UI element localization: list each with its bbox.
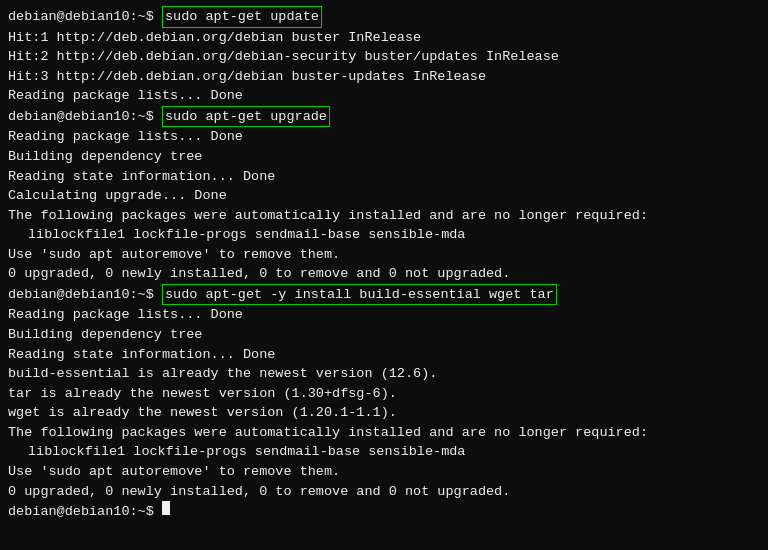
terminal-line: Reading state information... Done — [8, 345, 760, 365]
terminal-line: debian@debian10:~$ sudo apt-get update — [8, 6, 760, 28]
output-text: 0 upgraded, 0 newly installed, 0 to remo… — [8, 264, 510, 284]
output-indent-text: liblockfile1 lockfile-progs sendmail-bas… — [28, 225, 465, 245]
terminal-line: Use 'sudo apt autoremove' to remove them… — [8, 245, 760, 265]
terminal-line: Reading package lists... Done — [8, 305, 760, 325]
output-text: Use 'sudo apt autoremove' to remove them… — [8, 245, 340, 265]
terminal-line: Reading state information... Done — [8, 167, 760, 187]
terminal-line: Reading package lists... Done — [8, 86, 760, 106]
terminal-line: debian@debian10:~$ sudo apt-get upgrade — [8, 106, 760, 128]
cursor — [162, 501, 170, 515]
output-text: Building dependency tree — [8, 147, 202, 167]
output-text: Building dependency tree — [8, 325, 202, 345]
prompt-text: debian@debian10:~$ — [8, 502, 162, 522]
command-text: sudo apt-get update — [162, 6, 322, 28]
terminal-line: 0 upgraded, 0 newly installed, 0 to remo… — [8, 482, 760, 502]
output-indent-text: liblockfile1 lockfile-progs sendmail-bas… — [28, 442, 465, 462]
output-text: The following packages were automaticall… — [8, 206, 648, 226]
terminal-line: Hit:1 http://deb.debian.org/debian buste… — [8, 28, 760, 48]
command-text: sudo apt-get upgrade — [162, 106, 330, 128]
output-text: The following packages were automaticall… — [8, 423, 648, 443]
prompt-text: debian@debian10:~$ — [8, 7, 162, 27]
terminal-line: Calculating upgrade... Done — [8, 186, 760, 206]
terminal-line: tar is already the newest version (1.30+… — [8, 384, 760, 404]
output-text: Reading state information... Done — [8, 167, 275, 187]
output-text: Calculating upgrade... Done — [8, 186, 227, 206]
command-text: sudo apt-get -y install build-essential … — [162, 284, 557, 306]
terminal-window[interactable]: debian@debian10:~$ sudo apt-get updateHi… — [0, 0, 768, 550]
terminal-line: Building dependency tree — [8, 325, 760, 345]
indent-space — [8, 442, 28, 462]
output-text: tar is already the newest version (1.30+… — [8, 384, 397, 404]
output-text: Reading package lists... Done — [8, 86, 243, 106]
output-text: Use 'sudo apt autoremove' to remove them… — [8, 462, 340, 482]
terminal-line: liblockfile1 lockfile-progs sendmail-bas… — [8, 225, 760, 245]
terminal-line: debian@debian10:~$ sudo apt-get -y insta… — [8, 284, 760, 306]
indent-space — [8, 225, 28, 245]
output-text: wget is already the newest version (1.20… — [8, 403, 397, 423]
terminal-line: Hit:2 http://deb.debian.org/debian-secur… — [8, 47, 760, 67]
terminal-line: wget is already the newest version (1.20… — [8, 403, 760, 423]
output-text: Reading state information... Done — [8, 345, 275, 365]
terminal-line: Hit:3 http://deb.debian.org/debian buste… — [8, 67, 760, 87]
output-text: build-essential is already the newest ve… — [8, 364, 437, 384]
prompt-text: debian@debian10:~$ — [8, 285, 162, 305]
terminal-line: The following packages were automaticall… — [8, 206, 760, 226]
terminal-line: 0 upgraded, 0 newly installed, 0 to remo… — [8, 264, 760, 284]
terminal-line: The following packages were automaticall… — [8, 423, 760, 443]
output-text: Reading package lists... Done — [8, 127, 243, 147]
terminal-line: Reading package lists... Done — [8, 127, 760, 147]
terminal-line: build-essential is already the newest ve… — [8, 364, 760, 384]
terminal-line: Use 'sudo apt autoremove' to remove them… — [8, 462, 760, 482]
prompt-text: debian@debian10:~$ — [8, 107, 162, 127]
output-text: Hit:3 http://deb.debian.org/debian buste… — [8, 67, 486, 87]
terminal-line: liblockfile1 lockfile-progs sendmail-bas… — [8, 442, 760, 462]
output-text: Hit:1 http://deb.debian.org/debian buste… — [8, 28, 421, 48]
output-text: Reading package lists... Done — [8, 305, 243, 325]
terminal-line: Building dependency tree — [8, 147, 760, 167]
output-text: Hit:2 http://deb.debian.org/debian-secur… — [8, 47, 559, 67]
output-text: 0 upgraded, 0 newly installed, 0 to remo… — [8, 482, 510, 502]
terminal-line: debian@debian10:~$ — [8, 501, 760, 522]
